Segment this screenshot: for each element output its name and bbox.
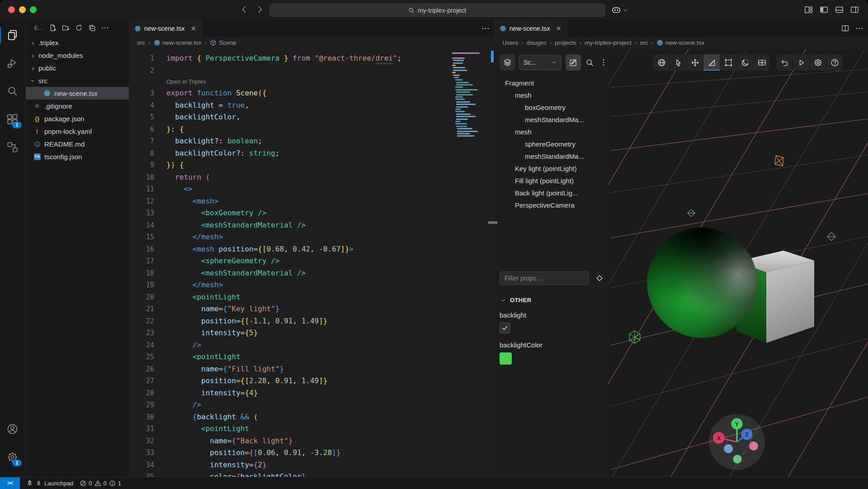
editor-actions-more-icon[interactable] [481,24,490,33]
activitybar-explorer[interactable] [0,24,25,47]
tab-close-icon[interactable]: × [190,24,196,33]
breadcrumb-item[interactable]: new-scene.tsx [154,39,202,46]
file-item-new-scene-tsx[interactable]: new-scene.tsx [26,87,129,100]
scene-kebab-icon[interactable] [599,57,608,67]
breadcrumb-item[interactable]: Users [502,39,518,46]
tool-help-button[interactable] [826,54,843,71]
minimap[interactable] [452,52,487,138]
code-line[interactable]: 21 name={"Key light"} [129,303,494,315]
tool-moon-button[interactable] [736,54,753,71]
code-line[interactable]: 4 backlight = true, [129,100,494,112]
traffic-close-button[interactable] [8,6,15,13]
code-line[interactable]: 1import { PerspectiveCamera } from "@rea… [129,52,494,65]
traffic-minimize-button[interactable] [19,6,26,13]
code-line[interactable]: 20 <pointLight [129,291,494,304]
tab-close-icon[interactable]: × [556,24,561,33]
breadcrumb-item[interactable]: projects [555,39,576,46]
breadcrumb-item[interactable]: src [640,39,648,46]
scene-tree-item-boxGeometry[interactable]: boxGeometry [494,101,608,114]
eraser-icon[interactable] [594,273,604,283]
file-item-public[interactable]: ›public [26,62,129,74]
tool-undo-button[interactable] [776,54,793,71]
breadcrumb-item[interactable]: src [137,39,145,46]
refresh-icon[interactable] [75,24,83,32]
scene-tree-item-Fill-light-pointLight-[interactable]: Fill light (pointLight) [494,175,608,187]
file-item-package-json[interactable]: {}package.json [26,112,129,125]
helper-diamond-1[interactable] [688,209,695,217]
scene-tree-item-meshStandardMa-[interactable]: meshStandardMa... [494,150,608,162]
code-line[interactable]: 24 /> [129,339,494,351]
tool-gear-button[interactable] [809,54,826,71]
file-item-README-md[interactable]: README.md [26,138,129,150]
activitybar-accounts[interactable] [0,418,25,441]
code-line[interactable]: 7 backlight?: boolean; [129,135,494,147]
code-line[interactable]: 9}) { [129,159,494,171]
code-line[interactable]: 16 <mesh position={[0.68, 0.42, -0.67]}> [129,243,494,256]
scene-tree-item-Key-light-pointLight-[interactable]: Key light (pointLight) [494,162,608,175]
code-line[interactable]: 31 <pointLight [129,423,494,435]
code-line[interactable]: 2 [129,65,494,77]
activitybar-search[interactable] [0,80,25,103]
tool-globe-button[interactable] [653,54,670,71]
remote-indicator[interactable]: >< [0,477,20,489]
activitybar-symbols[interactable] [0,136,25,159]
gizmo-neg-y[interactable] [733,455,742,464]
problems-button[interactable]: 0 0 1 [80,480,121,487]
view-gizmo[interactable]: X Y Z [709,414,765,470]
command-center-search[interactable]: my-triplex-project [269,4,605,17]
activitybar-extensions[interactable]: 1 [0,108,25,131]
code-line[interactable]: 33 position={[0.06, 0.91, -3.28]} [129,447,494,459]
code-line[interactable]: 5 backlightColor, [129,111,494,123]
breadcrumb-item[interactable]: Scene [210,39,236,46]
launchpad-button[interactable]: Launchpad [26,480,73,487]
file-item-pnpm-lock-yaml[interactable]: !pnpm-lock.yaml [26,125,129,138]
scene-tree-item-Fragment[interactable]: Fragment [494,77,608,89]
tool-play-button[interactable] [793,54,809,71]
scrollbar[interactable] [491,51,494,62]
code-line[interactable]: 14 <meshStandardMaterial /> [129,219,494,232]
code-line[interactable]: 27 position={[2.28, 0.91, 1.49]} [129,375,494,387]
tab-new-scene[interactable]: new-scene.tsx × [129,20,202,37]
file-item--gitignore[interactable]: .gitignore [26,100,129,112]
code-line[interactable]: 6}: { [129,123,494,136]
layers-button[interactable] [500,54,515,71]
tool-move-button[interactable] [686,54,703,71]
codelens-open-in-triplex[interactable]: Open in Triplex [129,76,494,87]
file-item-node-modules[interactable]: ›node_modules [26,49,129,62]
code-line[interactable]: 28 intensity={4} [129,387,494,399]
code-line[interactable]: 22 position={[-1.1, 0.91, 1.49]} [129,315,494,328]
code-line[interactable]: 34 intensity={2} [129,459,494,471]
code-line[interactable]: 25 <pointLight [129,351,494,363]
tool-frames-button[interactable] [753,54,770,71]
gizmo-neg-x[interactable] [749,442,758,451]
code-line[interactable]: 11 <> [129,183,494,195]
tool-ruler-button[interactable] [703,54,720,71]
panel-more-icon[interactable] [855,24,863,33]
new-file-icon[interactable] [49,24,57,32]
copilot-menu-button[interactable] [611,5,629,15]
scene-tree-item-PerspectiveCamera[interactable]: PerspectiveCamera [494,199,608,211]
code-line[interactable]: 29 /> [129,399,494,411]
sphere-mesh[interactable] [647,228,757,338]
code-line[interactable]: 15 </mesh> [129,231,494,243]
edit-scene-button[interactable] [566,54,581,71]
code-line[interactable]: 10 return ( [129,171,494,184]
code-line[interactable]: 8 backlightColor?: string; [129,147,494,160]
scene-search-icon[interactable] [585,57,594,67]
gizmo-neg-z[interactable] [724,444,733,453]
file-item-src[interactable]: ›src [26,74,129,87]
prop-backlight-checkbox[interactable] [500,323,510,333]
code-line[interactable]: 32 name={"Back light"} [129,435,494,447]
panel-bottom-icon[interactable] [835,5,844,14]
code-line[interactable]: 13 <boxGeometry /> [129,207,494,219]
code-line[interactable]: 19 </mesh> [129,279,494,291]
file-item--triplex[interactable]: ›.triplex [26,36,129,49]
split-editor-icon[interactable] [841,24,849,33]
breadcrumb-item[interactable]: my-triplex-project [585,39,632,46]
code-editor[interactable]: 1import { PerspectiveCamera } from "@rea… [129,49,494,477]
scene-tree-item-mesh[interactable]: mesh [494,89,608,101]
activitybar-run-debug[interactable] [0,52,25,75]
tool-cursor-button[interactable] [670,54,686,71]
new-folder-icon[interactable] [62,24,70,32]
triplex-tab-new-scene[interactable]: new-scene.tsx × [494,20,567,37]
